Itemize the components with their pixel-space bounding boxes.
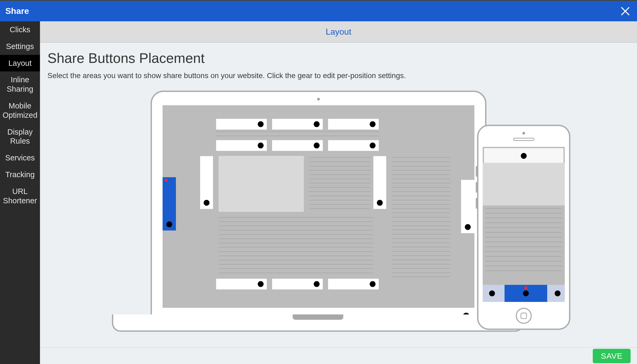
top-bar: Share	[0, 0, 637, 21]
phone-frame	[477, 125, 570, 330]
gear-icon	[554, 289, 562, 297]
sidebar-item-label: Settings	[6, 42, 34, 51]
gear-icon	[257, 120, 265, 128]
phone-side-buttons	[476, 166, 477, 177]
gear-icon	[369, 120, 377, 128]
slot-top-4[interactable]	[216, 140, 267, 151]
gear-icon	[369, 141, 377, 149]
sidebar-item-inline-sharing[interactable]: Inline Sharing	[0, 71, 40, 98]
slot-col-right[interactable]	[373, 156, 386, 209]
sidebar-item-label: Mobile Optimized	[3, 102, 38, 119]
phone-home-button	[516, 308, 532, 324]
sidebar-item-label: URL Shortener	[3, 187, 37, 205]
sidebar-item-clicks[interactable]: Clicks	[0, 21, 40, 38]
slot-col-left[interactable]	[200, 156, 213, 209]
page-title: Share Buttons Placement	[47, 50, 630, 66]
gear-icon	[376, 199, 384, 207]
text-placeholder	[485, 208, 562, 272]
sidebar-item-label: Inline Sharing	[7, 75, 33, 93]
gear-icon	[369, 280, 377, 288]
sidebar-item-services[interactable]: Services	[0, 149, 40, 166]
phone-screen	[483, 147, 565, 302]
slot-top-5[interactable]	[272, 140, 323, 151]
unsaved-dot-icon	[525, 286, 527, 289]
image-placeholder	[219, 156, 304, 212]
gear-icon	[464, 223, 472, 231]
sidebar-item-label: Display Rules	[7, 128, 33, 145]
mobile-slot-bottom-right[interactable]	[550, 285, 565, 302]
sidebar-item-label: Layout	[8, 59, 31, 67]
mobile-slot-bottom-left[interactable]	[483, 285, 501, 302]
phone-camera-icon	[522, 132, 525, 135]
modal-title: Share	[5, 6, 29, 16]
slot-floating-left[interactable]	[163, 177, 176, 230]
laptop-screen	[163, 105, 474, 324]
slot-bottom-3[interactable]	[328, 278, 379, 290]
gear-icon	[313, 141, 321, 149]
sidebar-item-tracking[interactable]: Tracking	[0, 166, 40, 183]
gear-icon	[313, 280, 321, 288]
phone-speaker-icon	[513, 138, 534, 141]
tab-bar: Layout	[40, 21, 637, 43]
sidebar-item-label: Clicks	[10, 25, 30, 34]
sidebar: Clicks Settings Layout Inline Sharing Mo…	[0, 21, 40, 364]
gear-icon	[520, 152, 528, 160]
tab-layout[interactable]: Layout	[326, 27, 351, 37]
slot-bottom-1[interactable]	[216, 278, 267, 290]
mobile-slot-top[interactable]	[484, 148, 564, 164]
page-description: Select the areas you want to show share …	[47, 71, 630, 80]
slot-top-6[interactable]	[328, 140, 379, 151]
mobile-slot-bottom-center[interactable]	[505, 285, 547, 302]
slot-top-1[interactable]	[216, 119, 267, 130]
slot-top-2[interactable]	[272, 119, 323, 130]
sidebar-item-label: Tracking	[5, 170, 35, 179]
unsaved-dot-icon	[165, 179, 167, 181]
main-panel: Layout Share Buttons Placement Select th…	[40, 21, 637, 364]
mobile-bottom-bar	[483, 285, 565, 302]
sidebar-item-display-rules[interactable]: Display Rules	[0, 124, 40, 150]
slot-top-3[interactable]	[328, 119, 379, 130]
slot-bottom-2[interactable]	[272, 278, 323, 290]
gear-icon	[203, 199, 211, 207]
sidebar-item-settings[interactable]: Settings	[0, 38, 40, 55]
gear-icon	[522, 289, 530, 297]
sidebar-item-url-shortener[interactable]: URL Shortener	[0, 183, 40, 209]
laptop-base	[112, 314, 524, 332]
gear-icon	[257, 280, 265, 288]
laptop-frame	[151, 91, 486, 325]
save-bar: SAVE	[40, 347, 637, 364]
close-button[interactable]	[619, 5, 631, 17]
slot-floating-right[interactable]	[461, 180, 474, 233]
sidebar-item-label: Services	[5, 153, 35, 162]
sidebar-item-mobile-optimized[interactable]: Mobile Optimized	[0, 98, 40, 124]
gear-icon	[257, 141, 265, 149]
save-button-label: SAVE	[601, 351, 623, 360]
gear-icon	[488, 289, 496, 297]
gear-icon	[313, 120, 321, 128]
image-placeholder	[483, 163, 565, 205]
camera-icon	[317, 98, 320, 100]
sidebar-item-layout[interactable]: Layout	[0, 55, 40, 72]
placement-illustration	[107, 91, 570, 337]
laptop-notch	[293, 314, 343, 320]
save-button[interactable]: SAVE	[593, 349, 631, 363]
gear-icon	[165, 220, 173, 228]
close-icon	[619, 5, 631, 17]
